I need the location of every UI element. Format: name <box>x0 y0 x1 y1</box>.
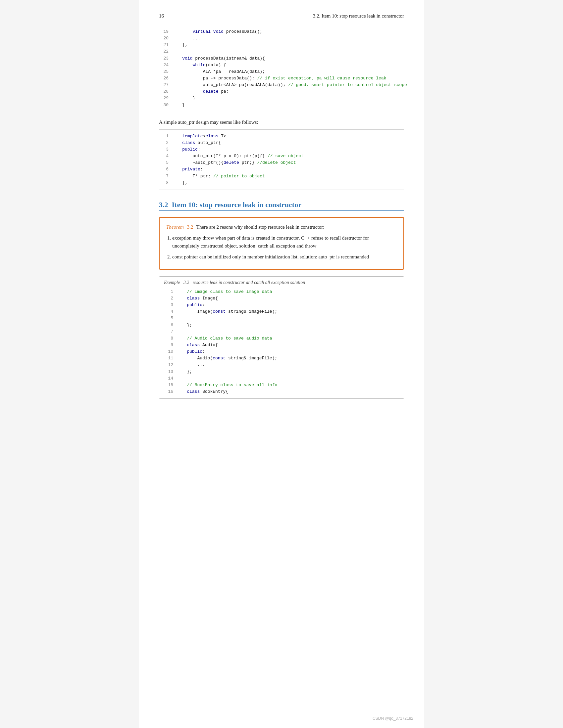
line-content: }; <box>176 369 399 375</box>
theorem-list: exception may throw when part of data is… <box>172 234 397 261</box>
line-number: 1 <box>164 289 176 295</box>
line-content: class auto_ptr{ <box>172 140 404 146</box>
code-line: 4 Image(const string& imageFile); <box>164 308 399 315</box>
line-content: Image(const string& imageFile); <box>176 308 399 315</box>
code-line: 10 public: <box>164 348 399 355</box>
code-line: 1 // Image class to save image data <box>164 289 399 295</box>
line-number: 1 <box>159 133 172 140</box>
line-number: 3 <box>159 146 172 153</box>
line-number: 5 <box>164 315 176 322</box>
line-number: 28 <box>159 88 172 95</box>
example-label: Exemple <box>164 280 180 285</box>
line-content: virtual void processData(); <box>172 28 404 35</box>
page-number: 16 <box>159 13 164 19</box>
line-content: Audio(const string& imageFile); <box>176 355 399 362</box>
line-content: pa -> processData(); // if exist excepti… <box>172 75 404 82</box>
page: 16 3.2. Item 10: stop resource leak in c… <box>139 0 424 728</box>
line-content: }; <box>176 322 399 329</box>
code-line: 16 class BookEntry{ <box>164 388 399 395</box>
code-line: 28 delete pa; <box>159 88 404 95</box>
line-content: }; <box>172 42 404 48</box>
code-line: 29 } <box>159 95 404 102</box>
code-line: 3 public: <box>164 302 399 308</box>
line-number: 13 <box>164 369 176 375</box>
line-content: ... <box>176 315 399 322</box>
line-content: class BookEntry{ <box>176 388 399 395</box>
section-title-text: Item 10: stop resource leak in construct… <box>172 201 302 209</box>
code-line: 2 class Image{ <box>164 295 399 302</box>
code-line: 27 auto_ptr<ALA> pa(readALA(data)); // g… <box>159 82 404 88</box>
code-line: 6 }; <box>164 322 399 329</box>
theorem-intro: There are 2 resons why should stop resou… <box>196 224 325 230</box>
line-content: } <box>172 95 404 102</box>
code-line: 13 }; <box>164 369 399 375</box>
theorem-number: 3.2 <box>187 224 193 230</box>
theorem-box: Theorem 3.2 There are 2 resons why shoul… <box>159 217 404 270</box>
line-number: 6 <box>164 322 176 329</box>
line-content: class Audio{ <box>176 342 399 348</box>
code-line: 3 public: <box>159 146 404 153</box>
code-line: 5 ~auto_ptr(){delete ptr;} //delete obje… <box>159 159 404 166</box>
example-description: resource leak in constructor and catch a… <box>193 280 305 285</box>
line-number: 24 <box>159 62 172 68</box>
code-line: 6 private: <box>159 166 404 173</box>
line-number: 25 <box>159 68 172 75</box>
code-line: 30 } <box>159 102 404 109</box>
section-heading: 3.2 Item 10: stop resource leak in const… <box>159 201 404 211</box>
theorem-list-item: exception may throw when part of data is… <box>172 234 397 250</box>
line-number: 5 <box>159 159 172 166</box>
line-content: }; <box>172 180 404 186</box>
line-content: ~auto_ptr(){delete ptr;} //delete object <box>172 159 404 166</box>
code-line: 1 template<class T> <box>159 133 404 140</box>
first-code-block: 19 virtual void processData();20 ...21 }… <box>159 25 404 112</box>
code-line: 24 while(data) { <box>159 62 404 68</box>
line-content: // BookEntry class to save all info <box>176 382 399 388</box>
line-number: 4 <box>159 153 172 159</box>
code-line: 8 }; <box>159 180 404 186</box>
line-number: 11 <box>164 355 176 362</box>
line-content: T* ptr; // pointer to object <box>172 173 404 180</box>
line-number: 30 <box>159 102 172 109</box>
line-content: while(data) { <box>172 62 404 68</box>
line-content: // Image class to save image data <box>176 289 399 295</box>
line-number: 7 <box>159 173 172 180</box>
prose-auto-ptr: A simple auto_ptr design may seems like … <box>159 118 404 126</box>
line-content: public: <box>176 302 399 308</box>
line-number: 3 <box>164 302 176 308</box>
line-number: 2 <box>159 140 172 146</box>
line-content: // Audio class to save audio data <box>176 335 399 342</box>
line-number: 23 <box>159 55 172 62</box>
theorem-list-item: const pointer can be initilized only in … <box>172 253 397 261</box>
line-content: public: <box>172 146 404 153</box>
code-line: 15 // BookEntry class to save all info <box>164 382 399 388</box>
line-number: 8 <box>159 180 172 186</box>
watermark: CSDN @qq_37172182 <box>373 716 413 721</box>
line-number: 22 <box>159 48 172 55</box>
page-header: 16 3.2. Item 10: stop resource leak in c… <box>159 13 404 19</box>
code-line: 4 auto_ptr(T* p = 0): ptr(p){} // save o… <box>159 153 404 159</box>
code-line: 7 <box>164 329 399 335</box>
line-number: 12 <box>164 362 176 368</box>
line-content: auto_ptr(T* p = 0): ptr(p){} // save obj… <box>172 153 404 159</box>
code-line: 7 T* ptr; // pointer to object <box>159 173 404 180</box>
code-line: 21 }; <box>159 42 404 48</box>
line-number: 20 <box>159 35 172 42</box>
line-number: 8 <box>164 335 176 342</box>
line-number: 21 <box>159 42 172 48</box>
line-content: template<class T> <box>172 133 404 140</box>
example-box: Exemple 3.2 resource leak in constructor… <box>159 276 404 399</box>
line-content: } <box>172 102 404 109</box>
code-line: 22 <box>159 48 404 55</box>
line-content: public: <box>176 348 399 355</box>
code-line: 20 ... <box>159 35 404 42</box>
example-number: 3.2 <box>183 280 189 285</box>
line-number: 26 <box>159 75 172 82</box>
code-line: 26 pa -> processData(); // if exist exce… <box>159 75 404 82</box>
line-number: 27 <box>159 82 172 88</box>
code-line: 9 class Audio{ <box>164 342 399 348</box>
code-line: 11 Audio(const string& imageFile); <box>164 355 399 362</box>
line-content: private: <box>172 166 404 173</box>
line-number: 10 <box>164 348 176 355</box>
line-number: 7 <box>164 329 176 335</box>
line-number: 14 <box>164 375 176 382</box>
